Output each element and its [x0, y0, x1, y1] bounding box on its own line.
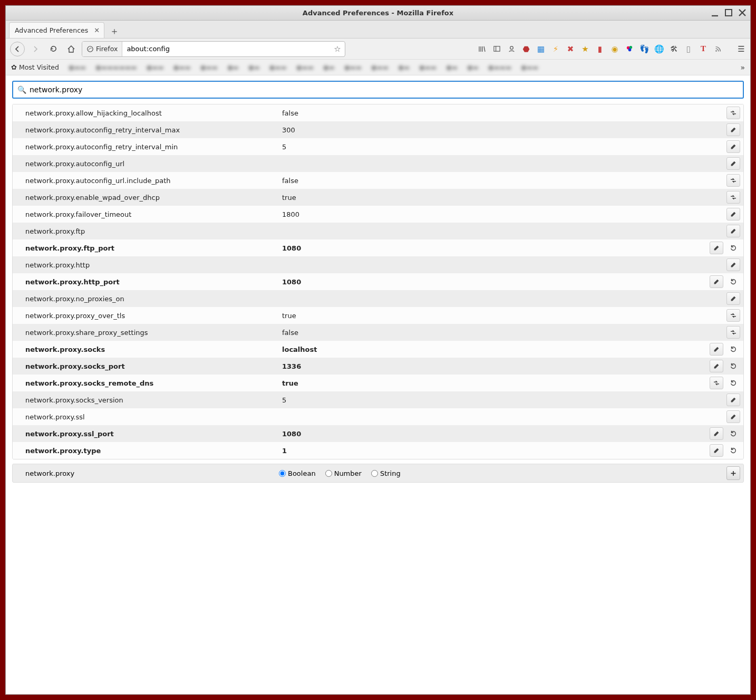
- toggle-button[interactable]: [726, 107, 740, 119]
- edit-button[interactable]: [726, 394, 740, 406]
- reset-button[interactable]: [726, 427, 740, 440]
- bookmarks-overflow-icon[interactable]: »: [740, 63, 745, 72]
- pref-row[interactable]: network.proxy.socks_port1336: [13, 358, 743, 375]
- pref-value: 1800: [279, 210, 726, 218]
- tools-icon[interactable]: 🛠: [669, 44, 679, 54]
- radio-boolean[interactable]: Boolean: [279, 469, 316, 477]
- pref-row[interactable]: network.proxy.http_port1080: [13, 273, 743, 290]
- coin-icon[interactable]: ◉: [610, 44, 619, 54]
- toggle-button[interactable]: [726, 309, 740, 322]
- rss-icon[interactable]: [713, 44, 723, 54]
- pref-row[interactable]: network.proxy.failover_timeout1800: [13, 206, 743, 223]
- pref-row[interactable]: network.proxy.autoconfig_url.include_pat…: [13, 172, 743, 189]
- pref-row[interactable]: network.proxy.share_proxy_settingsfalse: [13, 324, 743, 341]
- home-button[interactable]: [64, 42, 79, 56]
- pref-row[interactable]: network.proxy.autoconfig_url: [13, 155, 743, 172]
- reset-button[interactable]: [726, 377, 740, 389]
- edit-button[interactable]: [726, 410, 740, 423]
- bookmark-red-icon[interactable]: ▮: [595, 44, 605, 54]
- back-button[interactable]: [10, 42, 25, 56]
- svg-point-7: [510, 46, 513, 50]
- toggle-button[interactable]: [726, 326, 740, 339]
- pref-name: network.proxy.share_proxy_settings: [13, 329, 279, 337]
- edit-button[interactable]: [710, 427, 723, 440]
- star-yellow-icon[interactable]: ★: [580, 44, 590, 54]
- toggle-button[interactable]: [726, 191, 740, 204]
- umatrix-icon[interactable]: ▦: [536, 44, 546, 54]
- reset-button[interactable]: [726, 360, 740, 372]
- pref-row[interactable]: network.proxy.ftp_port1080: [13, 239, 743, 256]
- bookmark-star-icon[interactable]: ☆: [330, 44, 345, 54]
- reset-button[interactable]: [726, 343, 740, 356]
- phone-icon[interactable]: ▯: [684, 44, 693, 54]
- edit-button[interactable]: [710, 242, 723, 254]
- pref-search-box[interactable]: 🔍: [12, 81, 744, 99]
- pref-row[interactable]: network.proxy.ftp: [13, 223, 743, 239]
- pref-row[interactable]: network.proxy.sockslocalhost: [13, 341, 743, 358]
- globe-icon[interactable]: 🌐: [654, 44, 664, 54]
- bolt-icon[interactable]: ⚡: [551, 44, 560, 54]
- toggle-button[interactable]: [710, 377, 723, 389]
- forward-button[interactable]: [28, 42, 43, 56]
- edit-button[interactable]: [710, 343, 723, 356]
- pref-actions: [710, 427, 743, 440]
- minimize-button[interactable]: [710, 8, 720, 17]
- radio-string[interactable]: String: [371, 469, 401, 477]
- tab-strip: Advanced Preferences ✕ ＋: [6, 21, 750, 39]
- edit-button[interactable]: [726, 140, 740, 153]
- reset-button[interactable]: [726, 275, 740, 288]
- pref-value: true: [279, 379, 710, 387]
- pref-row[interactable]: network.proxy.allow_hijacking_localhostf…: [13, 104, 743, 121]
- edit-button[interactable]: [710, 444, 723, 457]
- radio-number[interactable]: Number: [325, 469, 362, 477]
- edit-button[interactable]: [726, 225, 740, 237]
- pref-row[interactable]: network.proxy.autoconfig_retry_interval_…: [13, 121, 743, 138]
- pref-row[interactable]: network.proxy.type1: [13, 442, 743, 459]
- tab-advanced-preferences[interactable]: Advanced Preferences ✕: [9, 22, 104, 38]
- reset-button[interactable]: [726, 242, 740, 254]
- new-tab-button[interactable]: ＋: [108, 24, 121, 38]
- pref-search-input[interactable]: [30, 85, 739, 94]
- pref-row[interactable]: network.proxy.ssl_port1080: [13, 425, 743, 442]
- add-pref-button[interactable]: ＋: [726, 466, 740, 480]
- most-visited-button[interactable]: ✿ Most Visited: [11, 63, 59, 71]
- ublock-icon[interactable]: ⬣: [521, 44, 531, 54]
- toggle-button[interactable]: [726, 174, 740, 187]
- reload-button[interactable]: [46, 42, 61, 56]
- gnome-foot-icon[interactable]: 👣: [639, 44, 649, 54]
- pref-actions: [726, 140, 743, 153]
- palette-icon[interactable]: [625, 44, 634, 54]
- text-icon[interactable]: T: [699, 44, 708, 54]
- maximize-button[interactable]: [724, 8, 733, 17]
- pref-row[interactable]: network.proxy.socks_remote_dnstrue: [13, 375, 743, 391]
- url-bar[interactable]: Firefox ☆: [82, 41, 345, 57]
- puzzle-red-icon[interactable]: ✖: [566, 44, 575, 54]
- sidebar-icon[interactable]: [492, 44, 501, 54]
- account-icon[interactable]: [507, 44, 516, 54]
- edit-button[interactable]: [726, 258, 740, 271]
- url-input[interactable]: [122, 42, 330, 56]
- pref-row[interactable]: network.proxy.socks_version5: [13, 391, 743, 408]
- pref-value: 5: [279, 143, 726, 151]
- pref-row[interactable]: network.proxy.no_proxies_on: [13, 290, 743, 307]
- reset-button[interactable]: [726, 444, 740, 457]
- pref-row[interactable]: network.proxy.ssl: [13, 408, 743, 425]
- edit-button[interactable]: [726, 123, 740, 136]
- pref-name: network.proxy.ftp_port: [13, 244, 279, 252]
- pref-name: network.proxy.ftp: [13, 227, 279, 235]
- tab-close-icon[interactable]: ✕: [94, 26, 100, 34]
- pref-row[interactable]: network.proxy.proxy_over_tlstrue: [13, 307, 743, 324]
- pref-row[interactable]: network.proxy.enable_wpad_over_dhcptrue: [13, 189, 743, 206]
- library-icon[interactable]: [477, 44, 487, 54]
- pref-row[interactable]: network.proxy.autoconfig_retry_interval_…: [13, 138, 743, 155]
- edit-button[interactable]: [726, 208, 740, 220]
- pref-name: network.proxy.autoconfig_retry_interval_…: [13, 143, 279, 151]
- hamburger-menu-icon[interactable]: ☰: [736, 44, 746, 54]
- edit-button[interactable]: [726, 292, 740, 305]
- edit-button[interactable]: [710, 275, 723, 288]
- edit-button[interactable]: [710, 360, 723, 372]
- pref-row[interactable]: network.proxy.http: [13, 256, 743, 273]
- identity-box[interactable]: Firefox: [82, 42, 122, 56]
- edit-button[interactable]: [726, 157, 740, 170]
- close-button[interactable]: [738, 8, 747, 17]
